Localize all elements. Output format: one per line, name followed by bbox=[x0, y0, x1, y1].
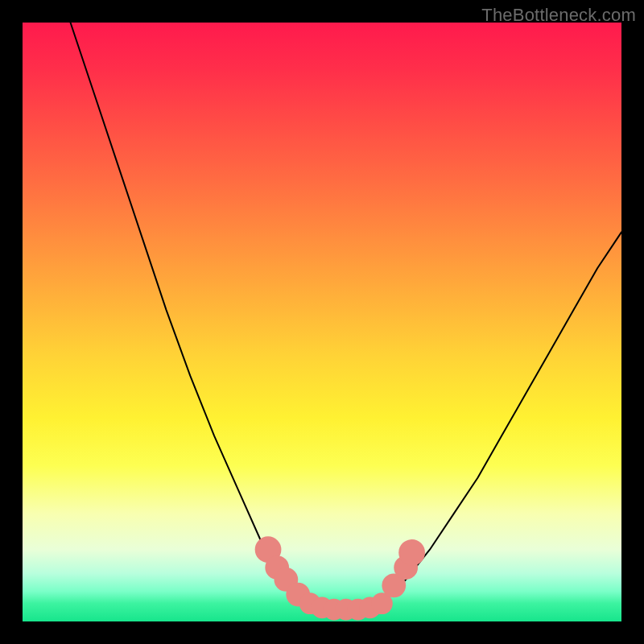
chart-svg bbox=[23, 23, 621, 621]
chart-lines bbox=[71, 23, 621, 609]
chart-plot-area bbox=[23, 23, 621, 621]
chart-stage: TheBottleneck.com bbox=[0, 0, 644, 644]
series-left-curve bbox=[71, 23, 311, 604]
chart-markers bbox=[255, 536, 425, 620]
marker-13 bbox=[398, 539, 425, 566]
